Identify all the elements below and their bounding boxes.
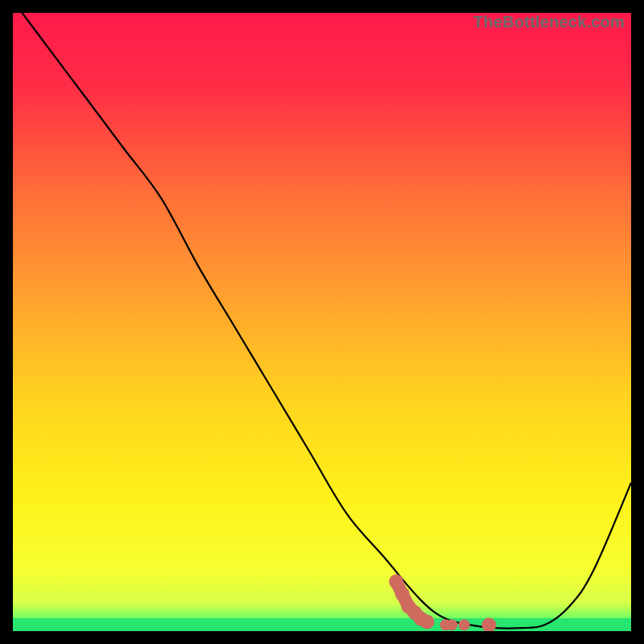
marker-dot [420, 615, 435, 630]
marker-dot [459, 619, 470, 630]
marker-dot [395, 587, 410, 601]
watermark-text: TheBottleneck.com [473, 13, 625, 31]
marker-dot [389, 575, 403, 589]
marker-dot [446, 619, 457, 630]
bottleneck-curve [13, 13, 631, 629]
plot-area: TheBottleneck.com [13, 13, 631, 631]
marker-dot [481, 617, 496, 631]
chart-svg [13, 13, 631, 631]
chart-frame: TheBottleneck.com [11, 11, 633, 633]
